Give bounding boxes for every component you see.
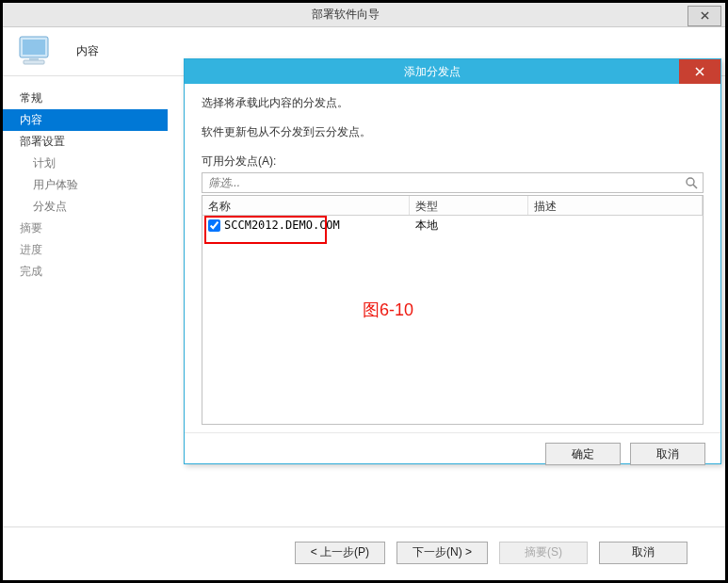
sidebar-item-content[interactable]: 内容: [3, 109, 168, 131]
row-checkbox[interactable]: [208, 219, 220, 232]
wizard-sidebar: 常规 内容 部署设置 计划 用户体验 分发点 摘要 进度 完成: [3, 76, 168, 526]
close-icon: [701, 11, 709, 20]
sidebar-item-progress[interactable]: 进度: [3, 239, 168, 261]
add-distribution-point-dialog: 添加分发点 选择将承载此内容的分发点。 软件更新包从不分发到云分发点。 可用分发…: [184, 58, 721, 464]
sidebar-item-distribution-points[interactable]: 分发点: [3, 196, 168, 218]
sidebar-item-user-experience[interactable]: 用户体验: [3, 174, 168, 196]
wizard-titlebar: 部署软件向导: [3, 3, 725, 27]
close-icon: [695, 67, 704, 76]
cancel-button[interactable]: 取消: [599, 542, 688, 564]
svg-point-4: [687, 178, 694, 186]
ok-button[interactable]: 确定: [545, 443, 621, 465]
prev-button[interactable]: < 上一步(P): [295, 542, 385, 564]
sidebar-item-completion[interactable]: 完成: [3, 261, 168, 283]
modal-body: 选择将承载此内容的分发点。 软件更新包从不分发到云分发点。 可用分发点(A): …: [185, 84, 720, 432]
wizard-close-button[interactable]: [688, 6, 721, 26]
row-type: 本地: [410, 218, 528, 234]
wizard-footer: < 上一步(P) 下一步(N) > 摘要(S) 取消: [3, 526, 725, 577]
row-name: SCCM2012.DEMO.COM: [224, 219, 340, 232]
column-desc[interactable]: 描述: [528, 196, 703, 215]
list-row[interactable]: SCCM2012.DEMO.COM 本地: [202, 216, 703, 235]
list-body: SCCM2012.DEMO.COM 本地 图6-10: [202, 216, 704, 425]
search-icon[interactable]: [680, 177, 703, 189]
sidebar-item-general[interactable]: 常规: [3, 88, 168, 109]
modal-titlebar: 添加分发点: [185, 59, 720, 84]
column-type[interactable]: 类型: [410, 196, 528, 215]
computer-icon: [12, 33, 57, 71]
sidebar-item-schedule[interactable]: 计划: [3, 153, 168, 174]
sidebar-item-summary[interactable]: 摘要: [3, 218, 168, 239]
modal-instruction-1: 选择将承载此内容的分发点。: [202, 95, 704, 111]
summary-button[interactable]: 摘要(S): [499, 542, 588, 564]
svg-rect-3: [24, 60, 44, 64]
wizard-section-label: 内容: [76, 43, 99, 59]
sidebar-item-deploy-settings[interactable]: 部署设置: [3, 131, 168, 153]
figure-annotation: 图6-10: [363, 299, 413, 321]
list-header: 名称 类型 描述: [202, 195, 704, 216]
filter-box: [202, 172, 704, 193]
modal-close-button[interactable]: [679, 59, 720, 84]
list-label: 可用分发点(A):: [202, 154, 704, 170]
modal-title: 添加分发点: [185, 64, 679, 80]
column-name[interactable]: 名称: [202, 196, 410, 215]
modal-cancel-button[interactable]: 取消: [630, 443, 705, 465]
modal-instruction-2: 软件更新包从不分发到云分发点。: [202, 124, 704, 140]
filter-input[interactable]: [202, 176, 680, 189]
svg-line-5: [693, 185, 697, 188]
svg-rect-1: [23, 40, 45, 55]
next-button[interactable]: 下一步(N) >: [396, 542, 488, 564]
modal-footer: 确定 取消: [185, 432, 720, 475]
wizard-title: 部署软件向导: [3, 7, 688, 23]
